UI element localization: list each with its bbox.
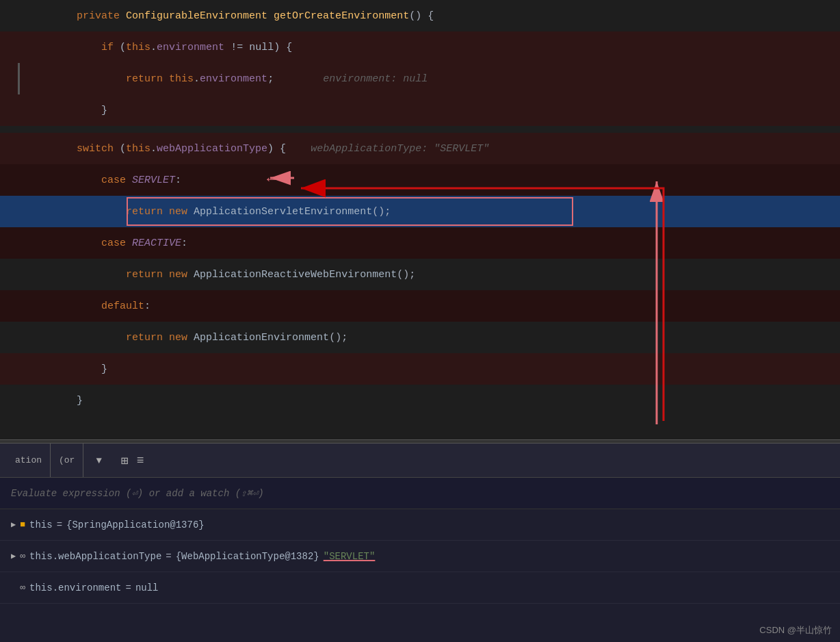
code-line-1-content: private ConfigurableEnvironment getOrCre… — [34, 1, 434, 31]
code-line-6-content: case SERVLET: — [34, 165, 181, 196]
code-line-space — [0, 126, 840, 133]
code-line-8-content: case REACTIVE: — [34, 228, 187, 259]
gutter-1 — [4, 9, 18, 23]
var-row-this[interactable]: ▶ ■ this = {SpringApplication@1376} — [0, 509, 840, 541]
var-icon-webapptype: ∞ — [20, 551, 25, 561]
code-line-6: case SERVLET: ← — [0, 164, 840, 196]
var-val-webapptype: {WebApplicationType@1382} — [176, 551, 319, 562]
csdn-watermark: CSDN @半山惊竹 — [759, 624, 832, 637]
code-line-3-content: return this.environment; environment: nu… — [34, 64, 428, 94]
debug-toolbar: ation (or ▼ ⊞ ≡ — [0, 444, 840, 478]
expression-placeholder: Evaluate expression (⏎) or add a watch (… — [11, 487, 264, 499]
code-line-9: return new ApplicationReactiveWebEnviron… — [0, 259, 840, 290]
code-line-5: switch (this.webApplicationType) { webAp… — [0, 133, 840, 164]
code-line-7-highlighted: return new ApplicationServletEnvironment… — [0, 196, 840, 227]
var-name-env: this.environment — [29, 582, 121, 593]
code-line-13-content: } — [34, 385, 83, 416]
code-line-10: default: — [0, 290, 840, 322]
expand-this[interactable]: ▶ — [11, 519, 16, 530]
code-line-11: return new ApplicationEnvironment(); — [0, 322, 840, 353]
code-line-3: return this.environment; environment: nu… — [0, 63, 840, 94]
list-icon[interactable]: ≡ — [137, 454, 144, 467]
code-line-7-content: return new ApplicationServletEnvironment… — [34, 196, 391, 227]
var-name-this: this — [29, 519, 53, 530]
code-line-1: private ConfigurableEnvironment getOrCre… — [0, 0, 840, 31]
code-line-10-content: default: — [34, 291, 150, 322]
var-row-webapptype[interactable]: ▶ ∞ this.webApplicationType = {WebApplic… — [0, 541, 840, 572]
expression-bar[interactable]: Evaluate expression (⏎) or add a watch (… — [0, 478, 840, 509]
var-eq-webapptype: = — [166, 551, 171, 562]
var-val-webapptype-str: "SERVLET" — [324, 551, 376, 562]
var-row-env[interactable]: ▶ ∞ this.environment = null — [0, 572, 840, 604]
var-name-webapptype: this.webApplicationType — [29, 551, 161, 562]
code-line-2-content: if (this.environment != null) { — [34, 32, 292, 63]
code-line-13: } — [0, 385, 840, 416]
drop-arrow[interactable]: ▼ — [90, 455, 107, 466]
var-eq-env: = — [125, 582, 131, 593]
bottom-debug-panel: ation (or ▼ ⊞ ≡ Evaluate expression (⏎) … — [0, 444, 840, 642]
code-line-4-content: } — [34, 95, 107, 126]
code-line-5-content: switch (this.webApplicationType) { webAp… — [34, 133, 489, 164]
var-icon-env: ∞ — [20, 582, 25, 593]
line-bar-3 — [18, 63, 20, 94]
expand-webapptype[interactable]: ▶ — [11, 551, 16, 561]
var-icon-this: ■ — [20, 519, 25, 530]
tab-or[interactable]: (or — [51, 444, 83, 477]
var-val-this: {SpringApplication@1376} — [66, 519, 205, 530]
left-arrow-annotation: ← — [267, 171, 276, 188]
var-eq-this: = — [57, 519, 62, 530]
tab-ation[interactable]: ation — [7, 444, 51, 477]
code-line-4: } — [0, 94, 840, 126]
code-line-9-content: return new ApplicationReactiveWebEnviron… — [34, 259, 415, 290]
expand-env-placeholder: ▶ — [11, 582, 16, 593]
code-line-12-content: } — [34, 354, 107, 385]
code-editor: private ConfigurableEnvironment getOrCre… — [0, 0, 840, 444]
code-line-11-content: return new ApplicationEnvironment(); — [34, 322, 347, 353]
code-line-8: case REACTIVE: — [0, 227, 840, 259]
code-line-2: if (this.environment != null) { — [0, 31, 840, 63]
code-line-12: } — [0, 353, 840, 385]
grid-icon[interactable]: ⊞ — [121, 453, 129, 468]
variables-list: ▶ ■ this = {SpringApplication@1376} ▶ ∞ … — [0, 509, 840, 642]
var-val-env: null — [135, 582, 159, 593]
